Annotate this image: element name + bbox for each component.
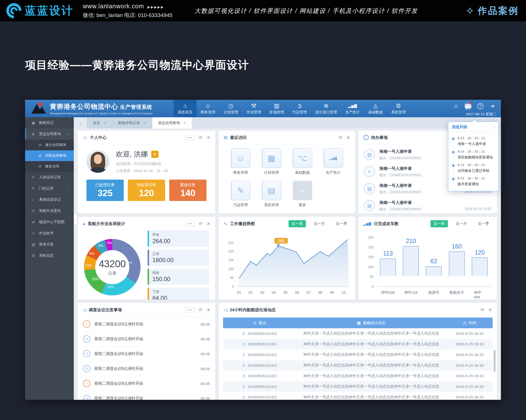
close-icon[interactable]: ✕ [488,307,492,313]
bar[interactable] [380,258,396,276]
bar[interactable] [403,246,419,276]
close-icon[interactable]: ✕ [206,135,210,140]
close-icon[interactable]: ✕ [183,121,186,125]
sidebar-item-入港信息记录[interactable]: ✈入港信息记录 [25,172,74,183]
refresh-icon[interactable]: ⟳ [338,135,342,140]
table-row[interactable]: ⚓20160525131321神华天津一号进入动态信息神华天津一号进入动态信息神… [223,339,493,350]
nav-item-计划管理[interactable]: ◷计划管理 [219,100,242,117]
pill-近一季[interactable]: 近一季 [333,220,350,227]
meeting-row[interactable]: !星期二调度会议9点准时开始05-25 [83,317,210,332]
sidebar-item-修改合同[interactable]: ⊞修改合同 [25,161,74,172]
table-row[interactable]: ⚓20160525131321神华天津一号进入动态信息神华天津一号进入动态信息神… [223,381,493,392]
sidebar-item-雇主合同查询[interactable]: ⊞雇主合同查询 [25,140,74,150]
tab-船舶停靠记录[interactable]: 船舶停靠记录✕ [112,117,152,128]
table-row[interactable]: ⚓20160525131321神华天津一号进入动态信息神华天津一号进入动态信息神… [223,328,493,339]
nav-item-系统首页[interactable]: ⌂系统首页 [174,100,197,117]
sidebar-collapse-handle[interactable]: ‹ [74,214,77,225]
sidebar-item-物流中心平面图[interactable]: ⇄物流中心平面图 [25,216,74,228]
nav-item-系统管理[interactable]: ⚙系统管理 [387,100,410,117]
notification-dot [469,102,472,104]
meeting-row[interactable]: !星期二调度会议9点准时开始05-25 [83,376,210,391]
refresh-icon[interactable]: ⟳ [480,307,484,313]
pill-近一周[interactable]: 近一周 [431,220,448,227]
table-row[interactable]: ⚓20160525131321神华天津一号进入动态信息神华天津一号进入动态信息神… [223,350,493,360]
sidebar-item-作业效率[interactable]: ∿作业效率 [25,228,74,239]
voyage-cell: ⚓20160525131321 [223,350,296,360]
bar[interactable] [426,266,442,276]
stat-待处理任务[interactable]: 待处理任务120 [128,180,165,201]
message-item[interactable]: 6-13 16：33：21版本更新通知 [448,175,496,188]
meeting-row[interactable]: ◷星期二调度会议9点准时开始05-25 [83,347,210,361]
nav-item-基础数据[interactable]: ◬基础数据 [364,100,387,117]
tile-计划管理[interactable]: ▦计划管理 [256,148,287,180]
more-options-button[interactable]: ••• [185,307,195,313]
message-item[interactable]: 6-13 16：33：21合同修改已通过审核 [448,161,496,175]
table-row[interactable]: ⚓20160525131321神华天津一号进入动态信息神华天津一号进入动态信息神… [223,371,493,381]
help-icon[interactable]: ? [476,102,484,110]
more-options-button[interactable]: ••• [185,221,195,226]
person-icon: ☺ [205,103,211,109]
stat-已处理任务[interactable]: 已处理任务325 [86,180,124,201]
nav-item-商务管理[interactable]: ☺商务管理 [197,100,219,117]
refresh-icon[interactable]: ⟳ [199,135,202,140]
dynamics-cell: 神华天津一号进入动态信息神华天津一号进入动态信息神华天津一号进入动态信息 [296,331,446,336]
tabs-back-button[interactable]: ‹ [74,117,87,128]
meeting-row[interactable]: ◷星期二调度会议9点准时开始05-25 [83,332,210,347]
chevron-icon: ˅ [67,132,69,136]
site-logo: 蓝蓝设计 [6,3,73,18]
todo-item[interactable]: ▤海南一号入港申请船次：ZZASE201610250212016-10-24 1… [364,197,492,213]
tab-首页[interactable]: 首页✕ [87,117,112,128]
nav-item-进出道口管理[interactable]: ⊕进出道口管理 [311,100,341,117]
chevron-icon: › [68,186,69,191]
scrollbar-thumb[interactable] [494,350,496,372]
tab-货运合同查询[interactable]: 货运合同查询✕ [152,117,192,128]
top-nav: ⌂系统首页☺商务管理◷计划管理⚒作业管理▥库场管理➲汽运管理⊕进出道口管理▂▅▇… [174,100,410,117]
tile-基础数据[interactable]: ⌥基础数据 [287,148,318,180]
tile-更多[interactable]: ＋更多 [287,181,318,212]
stat-紧急任务[interactable]: 紧急任务140 [169,180,206,201]
meeting-row[interactable]: ◷星期二调度会议9点准时开始05-25 [83,391,210,400]
tile-汽运管理[interactable]: ✎汽运管理 [225,181,256,212]
close-icon[interactable]: ✕ [206,221,210,226]
close-icon[interactable]: ✕ [206,307,210,313]
pill-近一季[interactable]: 近一季 [475,220,492,227]
sidebar-item-装船作业委托[interactable]: ⟳装船作业委托 [25,205,74,216]
message-item[interactable]: 6-13 16：33：21系统船舶模块更新通知 [448,148,496,161]
tile-生产统计[interactable]: ▂▅▇生产统计 [318,148,349,180]
refresh-icon[interactable]: ⟳ [199,307,202,313]
pill-近一月[interactable]: 近一月 [453,220,470,227]
sidebar-item-船舶登记[interactable]: ▣船舶登记 [25,117,74,128]
nav-item-作业管理[interactable]: ⚒作业管理 [242,100,265,117]
nav-item-生产统计[interactable]: ▂▅▇生产统计 [341,100,364,117]
sidebar-item-质检信息[interactable]: ⚙质检信息 [25,250,74,261]
user-icon[interactable]: ☺ [452,102,460,110]
data-tooltip: 160 [274,238,288,244]
bar-value: 113 [383,250,393,257]
meeting-row[interactable]: ◷星期二调度会议9点准时开始05-25 [83,361,210,376]
messages-icon[interactable] [464,102,472,110]
table-row[interactable]: ⚓20160525131321神华天津一号进入动态信息神华天津一号进入动态信息神… [223,392,493,400]
portfolio-label: 作品案例 [478,5,519,17]
sidebar-item-货运合同查询[interactable]: ◈货运合同查询˅ [25,128,74,140]
sidebar-item-门机记录[interactable]: ✎门机记录› [25,183,74,194]
close-icon[interactable]: ✕ [143,121,146,125]
sidebar-item-菜单示意[interactable]: ▤菜单示意 [25,239,74,250]
tile-系统管理[interactable]: ▤系统管理 [256,181,287,212]
chevron-right-icon[interactable]: › [494,125,495,129]
table-row[interactable]: ⚓20160525131321神华天津一号进入动态信息神华天津一号进入动态信息神… [223,360,493,371]
close-icon[interactable]: ✕ [103,121,106,125]
message-item[interactable]: 6-13 16：33：21海南一号入港申请 [448,135,496,148]
more-options-button[interactable]: ••• [185,135,195,140]
nav-item-库场管理[interactable]: ▥库场管理 [265,100,288,117]
pill-近一月[interactable]: 近一月 [311,220,328,227]
tile-商务管理[interactable]: ☺商务管理 [225,148,256,180]
close-icon[interactable]: ✕ [346,135,350,140]
pill-近一周[interactable]: 近一周 [289,220,306,227]
nav-item-汽运管理[interactable]: ➲汽运管理 [288,100,311,117]
refresh-icon[interactable]: ⟳ [199,221,202,226]
logout-icon[interactable]: ➔ [488,102,496,110]
sidebar-item-离港信息登记[interactable]: ⌂离港信息登记› [25,194,74,205]
bar[interactable] [449,251,465,276]
portfolio-link[interactable]: ✧ 作品案例 [465,5,519,17]
sidebar-item-司机合同查询[interactable]: ⊞司机合同查询 [25,150,74,161]
